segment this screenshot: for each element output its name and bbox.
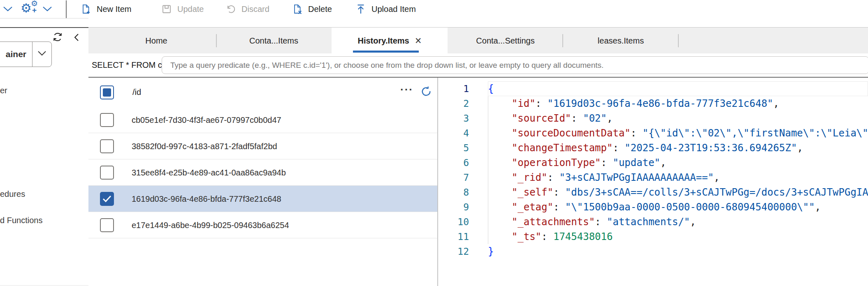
- query-predicate-input[interactable]: [162, 56, 868, 74]
- token-ws: [488, 187, 512, 198]
- sidebar-item-label: d Functions: [0, 216, 42, 225]
- token-punct: ,: [815, 201, 821, 213]
- editor-line: 9 "_etag": "\"1500b9aa-0000-0500-0000-68…: [438, 200, 868, 214]
- row-checkbox-checked[interactable]: [100, 192, 114, 206]
- token-ws: [488, 216, 512, 228]
- token-str: "update": [613, 157, 660, 168]
- refresh-icon[interactable]: [420, 86, 432, 98]
- document-row[interactable]: 1619d03c-96fa-4e86-bfda-777f3e21c648: [88, 186, 437, 212]
- row-checkbox[interactable]: [100, 113, 114, 127]
- sidebar-item-label: er: [0, 86, 7, 95]
- token-str: "2025-04-23T19:53:36.694265Z": [624, 142, 797, 154]
- query-prefix-label: SELECT * FROM c: [92, 53, 162, 77]
- refresh-icon[interactable]: [52, 32, 63, 42]
- row-checkbox[interactable]: [100, 218, 114, 232]
- tab-leases-items[interactable]: leases.Items: [564, 28, 678, 54]
- editor-line: 8 "_self": "dbs/3+sCAA==/colls/3+sCAJTwP…: [438, 185, 868, 200]
- token-brace: }: [488, 246, 494, 257]
- delete-item-icon: [292, 4, 303, 15]
- toolbar-button-label: Discard: [241, 5, 269, 14]
- line-number: 7: [438, 170, 469, 185]
- token-ws: [488, 113, 512, 124]
- token-punct: :: [613, 142, 624, 154]
- toolbar-button-label: Delete: [308, 5, 332, 14]
- token-key: "sourceId": [512, 113, 571, 124]
- token-ws: [488, 98, 512, 109]
- chevron-down-icon[interactable]: [2, 5, 13, 13]
- sidebar-item[interactable]: [0, 233, 88, 259]
- token-punct: ,: [607, 113, 613, 124]
- tab-conta-items[interactable]: Conta...Items: [217, 28, 331, 54]
- token-punct: :: [595, 216, 607, 228]
- more-options-icon[interactable]: ···: [400, 83, 413, 96]
- row-checkbox[interactable]: [100, 139, 114, 153]
- document-row[interactable]: e17e1449-a6be-4b99-b025-09463b6a6254: [88, 212, 437, 238]
- token-key: "changeTimestamp": [512, 142, 613, 154]
- token-ws: [488, 142, 512, 154]
- token-punct: :: [536, 98, 548, 109]
- token-punct: :: [541, 231, 553, 242]
- tab-label: leases.Items: [598, 36, 644, 46]
- token-num: 1745438016: [553, 231, 613, 242]
- sidebar-item-edures[interactable]: edures: [0, 181, 88, 208]
- token-ws: [488, 231, 512, 242]
- editor-line: 11 "_ts": 1745438016: [438, 229, 868, 244]
- document-row[interactable]: 38582f0d-997c-4183-a871-2fadf5faf2bd: [88, 133, 437, 159]
- row-checkbox[interactable]: [100, 166, 114, 180]
- new-container-dropdown-button[interactable]: [32, 42, 51, 67]
- tab-conta-settings[interactable]: Conta...Settings: [448, 28, 562, 54]
- token-punct: :: [553, 201, 565, 213]
- query-bar: SELECT * FROM c: [88, 53, 868, 78]
- sidebar-item[interactable]: [0, 128, 88, 155]
- upload-icon: [355, 4, 367, 15]
- cosmos-data-explorer: ⚙ ⚙ + New ItemUpdateDiscardDeleteUpload …: [0, 0, 868, 286]
- json-editor[interactable]: 1{2 "id": "1619d03c-96fa-4e86-bfda-777f3…: [438, 78, 868, 286]
- sidebar-item-er[interactable]: er: [0, 79, 88, 102]
- tab-bar: HomeConta...ItemsHistory.Items×Conta...S…: [88, 27, 868, 54]
- sidebar-item[interactable]: [0, 155, 88, 182]
- code-text: "_ts": 1745438016: [488, 229, 613, 244]
- tab-divider: [678, 34, 679, 47]
- select-all-checkbox[interactable]: [100, 85, 114, 99]
- tab-home[interactable]: Home: [97, 28, 216, 54]
- sidebar-item-d-functions[interactable]: d Functions: [0, 207, 88, 234]
- document-row[interactable]: cb05e1ef-7d30-4f3f-ae67-07997c0b0d47: [88, 107, 437, 133]
- document-row[interactable]: 315ee8f4-e25b-4e89-ac41-0aa86ac9a94b: [88, 159, 437, 186]
- tab-label: History.Items: [357, 36, 409, 46]
- close-icon[interactable]: ×: [415, 35, 422, 46]
- line-number: 1: [438, 81, 469, 96]
- token-punct: :: [548, 172, 559, 183]
- toolbar-button-label: New Item: [97, 5, 131, 14]
- tab-history-items[interactable]: History.Items×: [332, 28, 448, 54]
- toolbar-button-delete[interactable]: Delete: [292, 0, 332, 18]
- line-number: 2: [438, 96, 469, 111]
- undo-icon: [225, 4, 237, 15]
- settings-gears-icon[interactable]: ⚙ ⚙ +: [21, 0, 41, 18]
- token-punct: :: [631, 127, 643, 139]
- new-container-split-button: ainer: [0, 42, 52, 67]
- collapse-panel-icon[interactable]: [72, 33, 81, 42]
- active-tab-underline: [353, 51, 419, 53]
- new-container-button[interactable]: ainer: [0, 42, 32, 67]
- token-key: "_rid": [512, 172, 548, 183]
- tab-label: Home: [145, 36, 167, 46]
- chevron-down-icon[interactable]: [42, 5, 53, 13]
- token-str: "\"1500b9aa-0000-0500-0000-680945400000\…: [565, 201, 815, 213]
- toolbar-button-discard: Discard: [225, 0, 269, 18]
- code-text: "_rid": "3+sCAJTwPGgIAAAAAAAAAA==",: [488, 170, 720, 185]
- token-key: "_etag": [512, 201, 553, 213]
- command-bar: ⚙ ⚙ + New ItemUpdateDiscardDeleteUpload …: [0, 0, 868, 18]
- line-number: 12: [438, 244, 469, 259]
- toolbar-button-new-item[interactable]: New Item: [81, 0, 131, 18]
- token-punct: ,: [714, 172, 719, 183]
- toolbar-button-upload-item[interactable]: Upload Item: [355, 0, 416, 18]
- code-text: {: [488, 81, 494, 96]
- sidebar-item[interactable]: [0, 258, 88, 286]
- sidebar-item[interactable]: [0, 101, 88, 129]
- token-key: "_self": [512, 187, 553, 198]
- tab-divider: [216, 34, 217, 47]
- editor-line: 7 "_rid": "3+sCAJTwPGgIAAAAAAAAAA==",: [438, 170, 868, 185]
- token-punct: :: [553, 187, 565, 198]
- editor-line: 12}: [438, 244, 868, 259]
- token-punct: ,: [773, 98, 779, 109]
